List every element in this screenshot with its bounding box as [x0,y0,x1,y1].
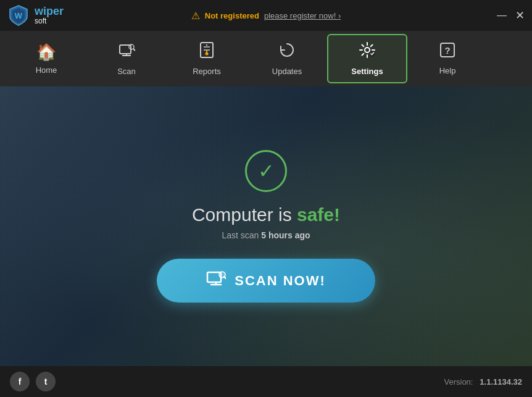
reports-icon [199,41,215,63]
warning-icon: ⚠ [191,10,200,22]
updates-icon [278,41,296,63]
main-content: ✓ Computer is safe! Last scan 5 hours ag… [0,86,532,366]
svg-point-5 [365,48,370,52]
last-scan-info: Last scan 5 hours ago [222,230,310,240]
version-info: Version: 1.1.1134.32 [444,377,522,387]
last-scan-time: 5 hours ago [261,230,310,240]
svg-text:?: ? [444,45,450,56]
facebook-button[interactable]: f [10,372,30,391]
home-icon: 🏠 [36,43,56,62]
nav-item-settings[interactable]: Settings [327,34,407,83]
status-safe: safe! [297,204,340,225]
nav-item-help[interactable]: ? Help [407,34,488,83]
status-check-circle: ✓ [245,150,287,192]
social-icons: f t [10,372,56,391]
window-controls: — ✕ [497,10,525,21]
twitter-button[interactable]: t [36,372,56,391]
footer: f t Version: 1.1.1134.32 [0,366,532,397]
version-number: 1.1.1134.32 [480,377,522,387]
nav-label-scan: Scan [117,67,136,76]
nav-label-settings: Settings [351,67,383,76]
nav-item-home[interactable]: 🏠 Home [6,34,86,83]
logo-area: W wiper soft [7,4,64,27]
logo-text: wiper soft [35,6,64,26]
logo-soft: soft [35,17,64,25]
status-prefix: Computer is [192,204,297,225]
nav-label-reports: Reports [193,67,221,76]
help-icon: ? [439,42,455,62]
registration-notice: ⚠ Not registered please register now! › [191,10,341,22]
scan-now-label: SCAN NOW! [235,273,326,289]
nav-label-help: Help [439,66,456,75]
svg-text:W: W [15,11,23,20]
minimize-button[interactable]: — [497,10,507,20]
version-label: Version: [444,377,473,387]
wiper-logo-icon: W [7,4,30,27]
nav-item-reports[interactable]: Reports [167,34,247,83]
close-button[interactable]: ✕ [515,10,525,21]
nav-label-updates: Updates [272,67,302,76]
last-scan-label: Last scan [222,230,259,240]
status-text: Computer is safe! [192,204,340,225]
checkmark-icon: ✓ [258,161,275,181]
register-link[interactable]: please register now! › [264,11,341,20]
scan-button-icon [206,270,226,291]
nav-item-updates[interactable]: Updates [247,34,327,83]
scan-now-button[interactable]: SCAN NOW! [157,259,375,303]
scan-icon [118,42,135,63]
logo-wiper: wiper [35,6,64,18]
title-bar: W wiper soft ⚠ Not registered please reg… [0,0,532,31]
svg-point-4 [206,52,209,56]
not-registered-label: Not registered [205,11,259,20]
nav-item-scan[interactable]: Scan [86,34,167,83]
settings-icon [359,41,376,63]
nav-label-home: Home [36,65,57,75]
nav-bar: 🏠 Home Scan Reports [0,31,532,86]
